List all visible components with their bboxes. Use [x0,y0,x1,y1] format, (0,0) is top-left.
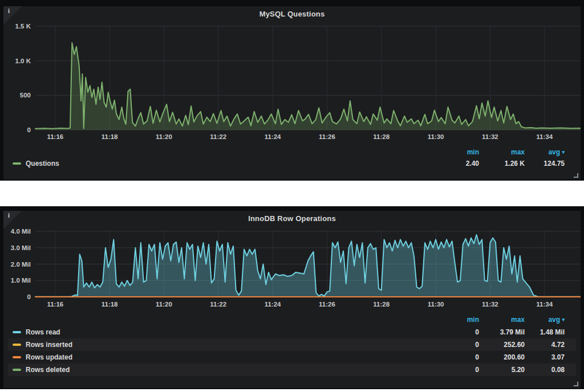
legend-header-row: min max avg ▾ [8,146,576,158]
panel-info-corner[interactable]: i [3,211,22,229]
stat-min: 0 [433,328,479,336]
dashboard: i MySQL Questions 05001.0 K1.5 K11:1611:… [0,0,584,392]
series-area-rows-read [35,235,581,297]
stat-min: 0 [433,341,479,349]
x-axis-tick-label: 11:18 [102,133,118,140]
legend-toggle-rows-read[interactable]: Rows read [13,328,433,336]
stat-max: 5.20 [479,366,525,374]
series-label: Rows read [26,328,60,336]
legend-sort-max[interactable]: max [479,148,525,156]
x-axis-tick-label: 11:32 [482,133,498,140]
y-axis-tick-label: 2.0 Mil [11,261,31,268]
legend-toggle-rows-updated[interactable]: Rows updated [13,353,433,361]
panel-title[interactable]: InnoDB Row Operations [3,214,581,223]
series-color-swatch [13,356,21,358]
stat-avg: 3.07 [525,353,565,361]
x-axis-tick-label: 11:32 [482,301,498,308]
legend-toggle-rows-deleted[interactable]: Rows deleted [13,366,433,374]
x-axis-tick-label: 11:24 [265,133,281,140]
timeseries-chart-questions[interactable]: 05001.0 K1.5 K11:1611:1811:2011:2211:241… [3,19,581,143]
y-axis-tick-label: 1.0 Mil [11,277,31,284]
series-line-questions [35,43,581,129]
legend-toggle-questions[interactable]: Questions [13,160,433,168]
series-label: Rows updated [26,353,72,361]
legend-sort-avg[interactable]: avg ▾ [525,316,565,324]
y-axis-tick-label: 0 [27,126,31,133]
series-color-swatch [13,331,21,333]
x-axis-tick-label: 11:34 [536,133,553,140]
legend-row-rows-inserted: Rows inserted 0 252.60 4.72 [8,338,576,351]
legend-questions: min max avg ▾ Questions 2.40 1.26 K 124.… [8,146,576,169]
legend-sort-avg[interactable]: avg ▾ [525,148,565,156]
x-axis-tick-label: 11:26 [319,301,335,308]
x-axis-tick-label: 11:28 [373,133,390,140]
x-axis-tick-label: 11:26 [319,133,335,140]
stat-max: 3.79 Mil [479,328,525,336]
x-axis-tick-label: 11:34 [536,301,553,308]
stat-min: 0 [433,353,479,361]
stat-min: 2.40 [433,160,479,168]
stat-max: 1.26 K [479,160,525,168]
panel-resize-handle[interactable] [574,382,578,386]
series-label: Rows inserted [26,341,72,349]
timeseries-chart-row-operations[interactable]: 01.0 Mil2.0 Mil3.0 Mil4.0 Mil11:1611:181… [3,223,581,310]
x-axis-tick-label: 11:22 [210,133,226,140]
x-axis-tick-label: 11:18 [102,301,118,308]
stat-max: 200.60 [479,353,525,361]
panel-frame-innodb-row-operations: i InnoDB Row Operations 01.0 Mil2.0 Mil3… [0,206,584,389]
series-color-swatch [13,344,21,346]
panel-frame-mysql-questions: i MySQL Questions 05001.0 K1.5 K11:1611:… [0,0,584,181]
x-axis-tick-label: 11:16 [47,133,63,140]
x-axis-tick-label: 11:30 [428,133,444,140]
panel-title[interactable]: MySQL Questions [3,10,581,18]
series-label: Rows deleted [26,366,70,374]
sort-caret-icon: ▾ [562,149,565,155]
legend-row-rows-deleted: Rows deleted 0 5.20 0.08 [8,364,576,376]
panel-info-corner[interactable]: i [3,6,22,24]
x-axis-tick-label: 11:20 [156,133,172,140]
series-label: Questions [26,160,59,168]
info-icon: i [8,7,10,14]
info-icon: i [8,212,10,219]
panel-mysql-questions: i MySQL Questions 05001.0 K1.5 K11:1611:… [3,6,581,179]
legend-toggle-rows-inserted[interactable]: Rows inserted [13,341,433,349]
x-axis-tick-label: 11:16 [47,301,63,308]
sort-caret-icon: ▾ [562,317,565,322]
stat-max: 252.60 [479,341,525,349]
x-axis-tick-label: 11:20 [156,301,172,308]
stat-avg: 4.72 [525,341,565,349]
y-axis-tick-label: 3.0 Mil [11,244,31,251]
series-color-swatch [13,162,21,165]
legend-row-rows-read: Rows read 0 3.79 Mil 1.48 Mil [8,326,576,338]
stat-min: 0 [433,366,479,374]
y-axis-tick-label: 1.0 K [15,58,31,64]
panel-innodb-row-operations: i InnoDB Row Operations 01.0 Mil2.0 Mil3… [3,211,581,388]
legend-row-operations: min max avg ▾ Rows read 0 3.79 Mil 1.48 … [8,313,576,376]
legend-sort-min[interactable]: min [433,316,479,324]
stat-avg: 124.75 [525,160,565,168]
stat-avg: 1.48 Mil [525,328,565,336]
x-axis-tick-label: 11:24 [265,301,281,308]
legend-sort-max[interactable]: max [479,316,525,324]
x-axis-tick-label: 11:22 [210,301,226,308]
legend-row-questions: Questions 2.40 1.26 K 124.75 [8,158,576,169]
x-axis-tick-label: 11:30 [428,301,444,308]
legend-row-rows-updated: Rows updated 0 200.60 3.07 [8,351,576,364]
legend-sort-min[interactable]: min [433,148,479,156]
y-axis-tick-label: 500 [20,92,31,99]
series-color-swatch [13,369,21,371]
y-axis-tick-label: 0 [27,293,31,300]
panel-resize-handle[interactable] [574,173,578,178]
stat-avg: 0.08 [525,366,565,374]
x-axis-tick-label: 11:28 [373,301,390,308]
legend-header-row: min max avg ▾ [8,313,576,326]
